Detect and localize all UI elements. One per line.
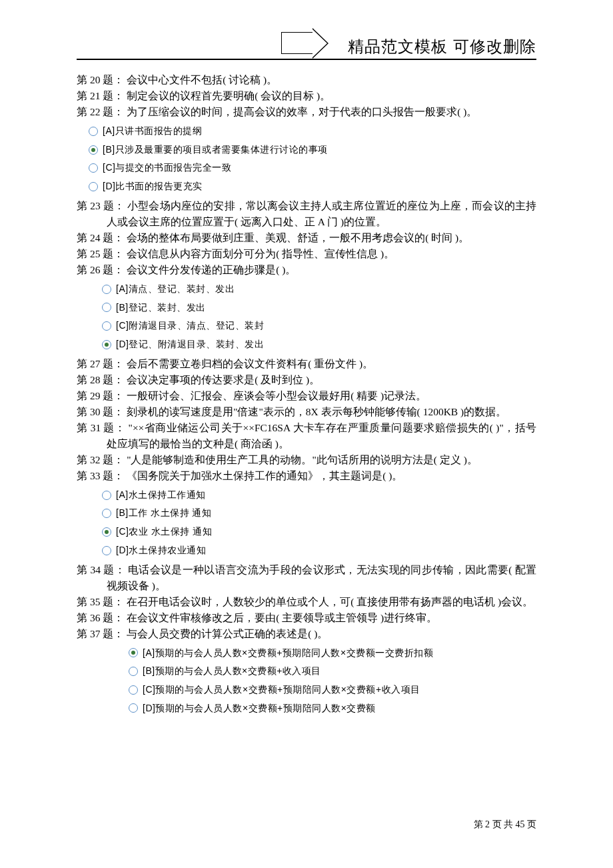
option-label: [A]清点、登记、装封、发出 xyxy=(116,282,235,297)
option-37-c[interactable]: [C]预期的与会人员人数×交费额+预期陪同人数×交费额+收入项目 xyxy=(129,683,536,697)
option-label: [D]登记、附清退目录、装封、发出 xyxy=(116,337,264,352)
option-label: [A]水土保持工作通知 xyxy=(116,488,206,503)
question-29: 第 29 题： 一般研讨会、汇报会、座谈会等小型会议最好用( 精要 )记录法。 xyxy=(77,388,536,404)
radio-icon xyxy=(89,127,98,136)
option-22-b[interactable]: [B]只涉及最重要的项目或者需要集体进行讨论的事项 xyxy=(89,143,536,157)
option-label: [B]工作 水土保持 通知 xyxy=(116,506,211,521)
question-23: 第 23 题： 小型会场内座位的安排，常以离会议主持人或主席位置近的座位为上座，… xyxy=(77,198,536,230)
arrow-icon xyxy=(281,32,328,55)
radio-icon xyxy=(102,285,111,294)
option-26-a[interactable]: [A]清点、登记、装封、发出 xyxy=(102,282,536,297)
radio-icon xyxy=(102,546,111,555)
question-22-options: [A]只讲书面报告的提纲 [B]只涉及最重要的项目或者需要集体进行讨论的事项 [… xyxy=(89,124,536,194)
question-22: 第 22 题： 为了压缩会议的时间，提高会议的效率，对于代表的口头报告一般要求(… xyxy=(77,104,536,120)
option-26-c[interactable]: [C]附清退目录、清点、登记、装封 xyxy=(102,319,536,333)
question-28: 第 28 题： 会议决定事项的传达要求是( 及时到位 )。 xyxy=(77,372,536,388)
question-33: 第 33 题： 《国务院关于加强水土保持工作的通知》，其主题词是( )。 xyxy=(77,468,536,484)
option-22-d[interactable]: [D]比书面的报告更充实 xyxy=(89,179,536,194)
question-24: 第 24 题： 会场的整体布局要做到庄重、美观、舒适，一般不用考虑会议的( 时间… xyxy=(77,230,536,246)
option-22-a[interactable]: [A]只讲书面报告的提纲 xyxy=(89,124,536,139)
radio-icon xyxy=(102,303,111,312)
option-label: [D]预期的与会人员人数×交费额+预期陪同人数×交费额 xyxy=(143,701,376,716)
option-37-d[interactable]: [D]预期的与会人员人数×交费额+预期陪同人数×交费额 xyxy=(129,701,536,716)
option-22-c[interactable]: [C]与提交的书面报告完全一致 xyxy=(89,161,536,175)
page-header: 精品范文模板 可修改删除 xyxy=(77,0,536,60)
header-title: 精品范文模板 可修改删除 xyxy=(348,36,536,57)
content-body: 第 20 题： 会议中心文件不包括( 讨论稿 )。 第 21 题： 制定会议的议… xyxy=(0,60,613,715)
radio-icon xyxy=(89,145,98,155)
page-footer: 第 2 页 共 45 页 xyxy=(474,819,537,831)
option-label: [D]比书面的报告更充实 xyxy=(103,179,203,194)
option-26-b[interactable]: [B]登记、装封、发出 xyxy=(102,301,536,315)
radio-icon xyxy=(129,703,138,713)
question-37: 第 37 题： 与会人员交费的计算公式正确的表述是( )。 xyxy=(77,626,536,642)
option-33-c[interactable]: [C]农业 水土保持 通知 xyxy=(102,525,536,539)
question-35: 第 35 题： 在召开电话会议时，人数较少的单位或个人，可( 直接使用带有扬声器… xyxy=(77,594,536,610)
radio-icon xyxy=(89,182,98,191)
radio-icon xyxy=(102,509,111,518)
option-label: [A]只讲书面报告的提纲 xyxy=(103,124,202,139)
option-33-a[interactable]: [A]水土保持工作通知 xyxy=(102,488,536,503)
question-20: 第 20 题： 会议中心文件不包括( 讨论稿 )。 xyxy=(77,72,536,88)
radio-icon xyxy=(102,340,111,349)
question-34: 第 34 题： 电话会议是一种以语言交流为手段的会议形式，无法实现的同步传输，因… xyxy=(77,562,536,594)
question-33-options: [A]水土保持工作通知 [B]工作 水土保持 通知 [C]农业 水土保持 通知 … xyxy=(102,488,536,558)
option-label: [D]水土保持农业通知 xyxy=(116,543,206,558)
option-37-b[interactable]: [B]预期的与会人员人数×交费额+收入项目 xyxy=(129,664,536,679)
option-label: [C]农业 水土保持 通知 xyxy=(116,525,212,539)
option-33-b[interactable]: [B]工作 水土保持 通知 xyxy=(102,506,536,521)
question-31: 第 31 题： "××省商业储运公司关于××FC16SA 大卡车存在严重质量问题… xyxy=(77,420,536,452)
question-37-options: [A]预期的与会人员人数×交费额+预期陪同人数×交费额一交费折扣额 [B]预期的… xyxy=(129,646,536,716)
question-26-options: [A]清点、登记、装封、发出 [B]登记、装封、发出 [C]附清退目录、清点、登… xyxy=(102,282,536,352)
question-32: 第 32 题： "人是能够制造和使用生产工具的动物。"此句话所用的说明方法是( … xyxy=(77,452,536,468)
question-26: 第 26 题： 会议文件分发传递的正确步骤是( )。 xyxy=(77,262,536,278)
question-25: 第 25 题： 会议信息从内容方面划分可分为( 指导性、宣传性信息 )。 xyxy=(77,246,536,262)
option-label: [C]附清退目录、清点、登记、装封 xyxy=(116,319,264,333)
radio-icon xyxy=(129,685,138,695)
option-label: [B]只涉及最重要的项目或者需要集体进行讨论的事项 xyxy=(103,143,328,157)
radio-icon xyxy=(89,163,98,173)
radio-icon xyxy=(102,527,111,537)
option-26-d[interactable]: [D]登记、附清退目录、装封、发出 xyxy=(102,337,536,352)
radio-icon xyxy=(129,648,138,657)
radio-icon xyxy=(129,667,138,676)
option-label: [A]预期的与会人员人数×交费额+预期陪同人数×交费额一交费折扣额 xyxy=(143,646,433,661)
option-label: [C]与提交的书面报告完全一致 xyxy=(103,161,231,175)
question-36: 第 36 题： 在会议文件审核修改之后，要由( 主要领导或主管领导 )进行终审。 xyxy=(77,610,536,626)
radio-icon xyxy=(102,491,111,500)
option-label: [B]登记、装封、发出 xyxy=(116,301,206,315)
option-33-d[interactable]: [D]水土保持农业通知 xyxy=(102,543,536,558)
option-label: [B]预期的与会人员人数×交费额+收入项目 xyxy=(143,664,321,679)
question-27: 第 27 题： 会后不需要立卷归档的会议文件资料有( 重份文件 )。 xyxy=(77,356,536,372)
question-30: 第 30 题： 刻录机的读写速度是用"倍速"表示的，8X 表示每秒钟能够传输( … xyxy=(77,404,536,420)
option-label: [C]预期的与会人员人数×交费额+预期陪同人数×交费额+收入项目 xyxy=(143,683,420,697)
question-21: 第 21 题： 制定会议的议程首先要明确( 会议的目标 )。 xyxy=(77,88,536,104)
option-37-a[interactable]: [A]预期的与会人员人数×交费额+预期陪同人数×交费额一交费折扣额 xyxy=(129,646,536,661)
radio-icon xyxy=(102,321,111,331)
